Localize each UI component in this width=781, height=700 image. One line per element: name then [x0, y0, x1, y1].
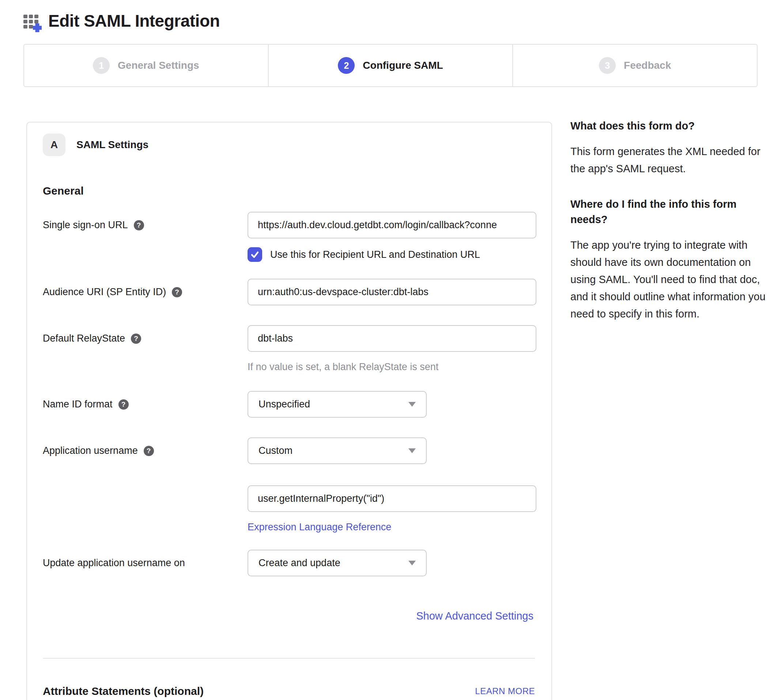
audience-uri-input[interactable] [248, 279, 536, 305]
page-title: Edit SAML Integration [48, 11, 220, 31]
attribute-statements-heading: Attribute Statements (optional) [43, 685, 204, 697]
help-question-1: What does this form do? [570, 118, 768, 133]
help-question-2: Where do I find the info this form needs… [570, 197, 768, 227]
update-application-username-value: Create and update [258, 557, 340, 569]
update-application-username-select[interactable]: Create and update [248, 550, 427, 577]
field-name-id-format: Name ID format ? Unspecified [43, 391, 535, 418]
help-icon[interactable]: ? [118, 399, 129, 410]
step-tab-configure-saml[interactable]: 2 Configure SAML [268, 45, 513, 86]
field-application-username: Application username ? Custom [43, 437, 535, 464]
step-tab-feedback[interactable]: 3 Feedback [512, 45, 757, 86]
name-id-format-value: Unspecified [258, 398, 310, 410]
field-custom-expression: Expression Language Reference [43, 485, 535, 533]
single-sign-on-url-input[interactable] [248, 212, 536, 238]
general-heading: General [43, 185, 535, 197]
help-panel: What does this form do? This form genera… [570, 118, 768, 323]
application-username-label: Application username [43, 445, 138, 457]
page-header: Edit SAML Integration [22, 10, 781, 32]
custom-expression-input[interactable] [248, 485, 536, 512]
help-icon[interactable]: ? [131, 333, 141, 344]
wizard-steps: 1 General Settings 2 Configure SAML 3 Fe… [23, 44, 758, 87]
field-default-relaystate: Default RelayState ? If no value is set,… [43, 325, 535, 373]
help-icon[interactable]: ? [144, 446, 154, 456]
application-username-value: Custom [258, 445, 293, 457]
recipient-destination-checkbox[interactable] [248, 247, 262, 262]
chevron-down-icon [408, 561, 416, 565]
step-tab-general-settings[interactable]: 1 General Settings [24, 45, 268, 86]
name-id-format-select[interactable]: Unspecified [248, 391, 427, 418]
step-label: Configure SAML [363, 60, 443, 71]
chevron-down-icon [408, 448, 416, 453]
audience-uri-label: Audience URI (SP Entity ID) [43, 287, 166, 298]
application-username-select[interactable]: Custom [248, 437, 427, 464]
section-badge: A [43, 133, 65, 156]
chevron-down-icon [408, 402, 416, 407]
help-answer-1: This form generates the XML needed for t… [570, 143, 768, 177]
saml-settings-card: A SAML Settings General Single sign-on U… [26, 122, 552, 700]
step-label: General Settings [118, 60, 199, 71]
field-update-application-username: Update application username on Create an… [43, 550, 535, 577]
help-icon[interactable]: ? [134, 220, 144, 230]
help-icon[interactable]: ? [172, 287, 182, 297]
step-number-badge: 2 [338, 57, 355, 74]
recipient-destination-checkbox-label: Use this for Recipient URL and Destinati… [270, 249, 480, 260]
section-divider [43, 658, 535, 659]
update-application-username-label: Update application username on [43, 557, 185, 569]
saml-app-icon [22, 10, 45, 32]
default-relaystate-input[interactable] [248, 325, 536, 352]
relaystate-hint: If no value is set, a blank RelayState i… [248, 361, 536, 373]
step-number-badge: 3 [599, 57, 616, 74]
show-advanced-settings-link[interactable]: Show Advanced Settings [416, 610, 533, 622]
default-relaystate-label: Default RelayState [43, 333, 125, 344]
help-answer-2: The app you're trying to integrate with … [570, 237, 768, 323]
step-label: Feedback [624, 60, 671, 71]
field-audience-uri: Audience URI (SP Entity ID) ? [43, 279, 535, 305]
field-single-sign-on-url: Single sign-on URL ? Use this for Recipi… [43, 212, 535, 262]
expression-language-reference-link[interactable]: Expression Language Reference [248, 522, 391, 533]
single-sign-on-url-label: Single sign-on URL [43, 220, 128, 231]
step-number-badge: 1 [93, 57, 110, 74]
name-id-format-label: Name ID format [43, 398, 113, 410]
learn-more-link[interactable]: LEARN MORE [475, 686, 535, 696]
section-title: SAML Settings [77, 139, 148, 151]
